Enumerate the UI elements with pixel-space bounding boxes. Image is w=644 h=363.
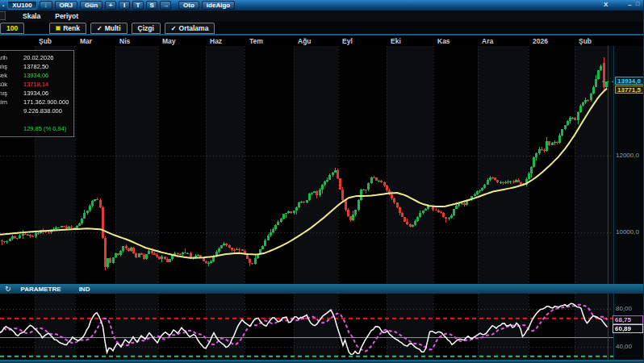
info-value-low: 13718,14 xyxy=(23,80,48,89)
info-label: Tarih xyxy=(0,53,7,62)
s-tool-button[interactable]: S xyxy=(146,1,157,10)
indicator-tick-high: 80,00 xyxy=(616,305,632,312)
tab-multi-label: Multi xyxy=(105,24,121,32)
maximize-icon[interactable]: □ xyxy=(636,1,639,6)
month-label: May xyxy=(162,37,176,45)
last-price-tag: 13934,0 xyxy=(615,77,644,85)
refresh-icon[interactable]: ↻ xyxy=(5,285,11,293)
menu-periyot[interactable]: Periyot xyxy=(55,12,78,20)
signal-value-tag: 68,75 xyxy=(613,315,643,324)
info-label: Düşük xyxy=(0,80,7,89)
ind-menu[interactable]: IND xyxy=(79,286,90,293)
info-label: Açılış xyxy=(0,62,7,71)
month-label: Mar xyxy=(80,37,92,45)
info-label: Hacim xyxy=(0,98,7,106)
menu-bar: Skala Periyot xyxy=(0,10,643,22)
tab-symbol-100[interactable]: 100 xyxy=(0,23,24,34)
tab-cizgi-label: Çizgi xyxy=(138,24,154,32)
info-label: Yüksek xyxy=(0,71,7,80)
info-value-close: 13934,06 xyxy=(23,89,48,98)
month-label: Şub xyxy=(579,37,592,45)
top-toolbar: ▪ XU100 ↓ ORJ Gün + I T S → Oto ideAlgo … xyxy=(0,0,643,10)
oto-button[interactable]: Oto xyxy=(178,1,199,10)
main-chart-panel: 12000,0 10000,0 13934,0 13771,5 Tarih20.… xyxy=(0,46,643,284)
window-bottom-edge xyxy=(0,360,643,363)
check-icon: ✓ xyxy=(171,25,177,32)
quote-info-panel: Tarih20.02.2026 Açılış13782,50 Yüksek139… xyxy=(0,50,74,137)
period-day-button[interactable]: Gün xyxy=(80,1,102,10)
month-label: Kas xyxy=(437,37,450,45)
line-value-tag: 60,89 xyxy=(613,324,643,333)
orj-button[interactable]: ORJ xyxy=(55,1,77,10)
indicator-header-bar: ↻ PARAMETRE IND xyxy=(0,284,643,294)
symbol-button[interactable]: XU100 xyxy=(7,1,36,10)
idealgo-button[interactable]: ideAlgo xyxy=(202,1,235,10)
month-label: Tem xyxy=(249,37,263,45)
oscillator-chart[interactable] xyxy=(0,294,613,360)
info-value-date: 20.02.2026 xyxy=(23,53,54,62)
month-label: Şub xyxy=(39,37,52,45)
tab-renk[interactable]: Renk xyxy=(49,23,86,34)
text-tool-button[interactable]: T xyxy=(132,1,144,10)
toolbar-bullet-icon: ▪ xyxy=(2,3,4,8)
indicator-panel: 80,00 68,75 60,89 40,00 xyxy=(0,294,643,360)
info-value-change: 129,85 (% 0,94) xyxy=(23,124,66,133)
clipped-toolbox-button[interactable] xyxy=(0,11,6,20)
info-label xyxy=(0,106,7,115)
month-label: Eyl xyxy=(342,37,353,45)
price-tick: 12000,0 xyxy=(616,152,639,159)
month-label: Eki xyxy=(391,37,401,45)
check-icon: ✓ xyxy=(97,25,102,32)
cursor-tool-button[interactable]: I xyxy=(119,1,130,10)
parametre-menu[interactable]: PARAMETRE xyxy=(21,286,61,293)
arrow-right-tool-button[interactable]: → xyxy=(160,1,171,10)
month-label: Nis xyxy=(119,37,130,45)
color-swatch-icon xyxy=(56,26,61,31)
tabs-bar: 100 Renk ✓ Multi Çizgi ✓ Ortalama xyxy=(0,22,643,35)
close-icon[interactable]: X xyxy=(604,1,608,8)
month-label: Ara xyxy=(482,37,493,45)
month-label: 2026 xyxy=(533,37,548,45)
ma-value-tag: 13771,5 xyxy=(615,86,644,94)
info-label: Kapanış xyxy=(0,89,7,98)
time-axis: ŞubMarNisMayHazTemAğuEylEkiKasAra2026Şub xyxy=(0,35,643,46)
price-axis: 12000,0 10000,0 13934,0 13771,5 xyxy=(613,46,644,284)
tab-renk-label: Renk xyxy=(63,24,80,32)
info-value-high: 13934,06 xyxy=(23,71,48,80)
indicator-axis: 80,00 68,75 60,89 40,00 xyxy=(613,294,644,360)
info-value-volume: 171.362.900.000 xyxy=(23,98,69,106)
month-label: Ağu xyxy=(298,37,312,45)
tab-ortalama[interactable]: ✓ Ortalama xyxy=(165,23,215,34)
menu-skala[interactable]: Skala xyxy=(23,12,40,20)
download-arrow-icon[interactable]: ↓ xyxy=(40,1,52,10)
trading-app-window: ▪ XU100 ↓ ORJ Gün + I T S → Oto ideAlgo … xyxy=(0,0,644,363)
month-label: Haz xyxy=(210,37,222,45)
candlestick-chart[interactable] xyxy=(0,46,613,284)
indicator-tick-low: 40,00 xyxy=(616,343,632,350)
crosshair-tool-button[interactable]: + xyxy=(105,1,116,10)
tab-ortalama-label: Ortalama xyxy=(179,24,209,32)
info-value-lot: 9.226.838.000 xyxy=(23,106,62,115)
price-tick: 10000,0 xyxy=(616,228,639,236)
tab-multi[interactable]: ✓ Multi xyxy=(90,23,128,34)
minimize-icon[interactable]: – xyxy=(628,1,631,8)
tab-cizgi[interactable]: Çizgi xyxy=(132,23,161,34)
info-value-open: 13782,50 xyxy=(23,62,48,71)
